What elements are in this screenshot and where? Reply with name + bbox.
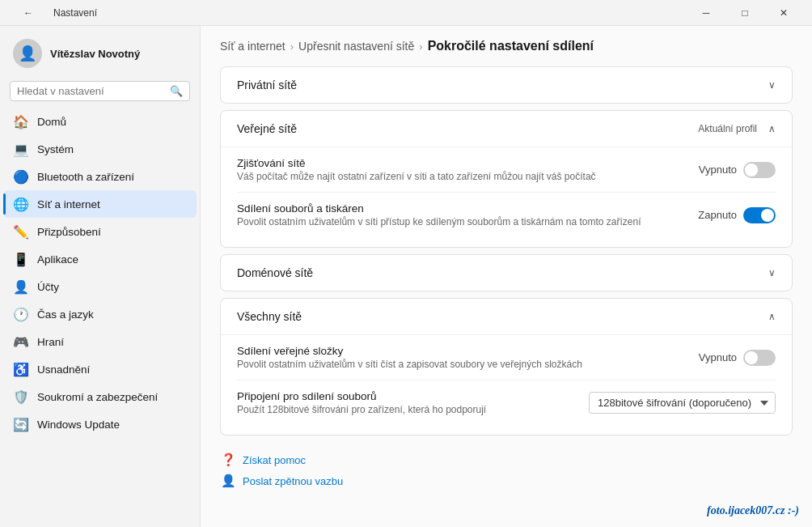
- chevron-down-icon: ∨: [768, 79, 776, 91]
- toggle-sdileni-souboru[interactable]: [743, 207, 776, 223]
- section-vsechny: Všechny sítě ∧ Sdílení veřejné složky Po…: [220, 298, 793, 436]
- cas-icon: 🕐: [13, 306, 29, 322]
- footer-links: ❓ Získat pomoc 👤 Poslat zpětnou vazbu: [220, 442, 793, 499]
- sidebar-item-windows-update[interactable]: 🔄 Windows Update: [3, 410, 197, 438]
- setting-pripojeni: Připojení pro sdílení souborů Použít 128…: [237, 380, 776, 425]
- title-bar-title: Nastavení: [53, 7, 97, 19]
- sidebar-item-soukromi[interactable]: 🛡️ Soukromí a zabezpečení: [3, 383, 197, 410]
- sidebar-item-label-hrani: Hraní: [37, 336, 64, 348]
- aplikace-icon: 📱: [13, 251, 29, 267]
- toggle-sdileni-slozky-label: Vypnuto: [699, 351, 737, 363]
- sidebar-item-hrani[interactable]: 🎮 Hraní: [3, 328, 197, 355]
- title-bar-left: ← Nastavení: [10, 0, 97, 26]
- app-body: 👤 Vítězslav Novotný 🔍 🏠 Domů 💻 Systém 🔵 …: [0, 26, 812, 527]
- title-bar: ← Nastavení ─ □ ✕: [0, 0, 812, 26]
- section-verejne: Veřejné sítě Aktuální profil ∧ Zjišťován…: [220, 110, 793, 248]
- nav-list: 🏠 Domů 💻 Systém 🔵 Bluetooth a zařízení 🌐…: [0, 108, 200, 527]
- sidebar-item-label-usnadneni: Usnadnění: [37, 363, 90, 376]
- setting-sdileni-souboru-info: Sdílení souborů a tiskáren Povolit ostat…: [237, 202, 698, 227]
- section-privatni-header[interactable]: Privátní sítě ∨: [221, 67, 792, 103]
- prizpusobeni-icon: ✏️: [13, 223, 29, 240]
- setting-zjistovani-info: Zjišťování sítě Váš počítač může najít o…: [237, 157, 699, 182]
- setting-sdileni-slozky: Sdílení veřejné složky Povolit ostatním …: [237, 335, 776, 380]
- domov-icon: 🏠: [13, 113, 29, 130]
- section-verejne-right: Aktuální profil ∧: [698, 123, 776, 134]
- avatar: 👤: [13, 39, 42, 68]
- sit-icon: 🌐: [13, 196, 29, 212]
- section-domenove-header[interactable]: Doménové sítě ∨: [221, 255, 792, 291]
- ziskat-pomoc-link[interactable]: Získat pomoc: [243, 454, 306, 466]
- sidebar-item-aplikace[interactable]: 📱 Aplikace: [3, 245, 197, 273]
- help-icon: ❓: [220, 452, 236, 468]
- setting-zjistovani-desc: Váš počítač může najít ostatní zařízení …: [237, 171, 686, 182]
- windows-update-icon: 🔄: [13, 416, 29, 432]
- setting-sdileni-slozky-control: Vypnuto: [699, 350, 776, 366]
- sidebar-item-label-windows-update: Windows Update: [37, 419, 120, 431]
- sidebar-item-usnadneni[interactable]: ♿ Usnadnění: [3, 355, 197, 383]
- close-button[interactable]: ✕: [765, 0, 802, 26]
- setting-sdileni-slozky-info: Sdílení veřejné složky Povolit ostatním …: [237, 345, 699, 370]
- section-domenove-title: Doménové sítě: [237, 266, 313, 279]
- section-vsechny-header[interactable]: Všechny sítě ∧: [221, 299, 792, 334]
- sidebar-item-domov[interactable]: 🏠 Domů: [3, 108, 197, 135]
- setting-pripojeni-control: 128bitové šifrování (doporučeno) 40bitov…: [589, 392, 776, 414]
- chevron-up-icon: ∧: [768, 123, 776, 134]
- setting-sdileni-slozky-label: Sdílení veřejné složky: [237, 345, 686, 357]
- sidebar-item-label-aplikace: Aplikace: [37, 253, 78, 266]
- back-button[interactable]: ←: [10, 0, 47, 26]
- sidebar-item-label-bluetooth: Bluetooth a zařízení: [37, 171, 134, 183]
- search-box[interactable]: 🔍: [10, 81, 190, 101]
- search-input[interactable]: [17, 85, 165, 97]
- sidebar-item-label-ucty: Účty: [37, 281, 59, 293]
- maximize-button[interactable]: □: [726, 0, 763, 26]
- setting-sdileni-souboru-label: Sdílení souborů a tiskáren: [237, 202, 685, 215]
- footer-link-vazba-item: 👤 Poslat zpětnou vazbu: [220, 473, 793, 489]
- setting-sdileni-souboru-desc: Povolit ostatním uživatelům v síti příst…: [237, 216, 685, 227]
- setting-pripojeni-info: Připojení pro sdílení souborů Použít 128…: [237, 390, 589, 415]
- sidebar: 👤 Vítězslav Novotný 🔍 🏠 Domů 💻 Systém 🔵 …: [0, 26, 201, 527]
- breadcrumb: Síť a internet › Upřesnit nastavení sítě…: [220, 39, 793, 53]
- toggle-zjistovani[interactable]: [743, 162, 776, 178]
- title-bar-controls: ─ □ ✕: [687, 0, 802, 26]
- system-icon: 💻: [13, 141, 29, 157]
- minimize-button[interactable]: ─: [687, 0, 725, 26]
- section-privatni-title: Privátní sítě: [237, 79, 297, 91]
- toggle-zjistovani-label: Vypnuto: [699, 164, 737, 176]
- encryption-dropdown[interactable]: 128bitové šifrování (doporučeno) 40bitov…: [589, 392, 776, 414]
- sidebar-item-sit[interactable]: 🌐 Síť a internet: [3, 190, 197, 218]
- hrani-icon: 🎮: [13, 334, 29, 350]
- setting-sdileni-souboru-control: Zapnuto: [698, 207, 776, 223]
- breadcrumb-sep-1: ›: [290, 40, 294, 53]
- sidebar-profile: 👤 Vítězslav Novotný: [0, 26, 200, 78]
- profile-badge: Aktuální profil: [698, 123, 757, 134]
- toggle-sdileni-slozky[interactable]: [743, 350, 776, 366]
- soukromi-icon: 🛡️: [13, 389, 29, 405]
- sidebar-item-system[interactable]: 💻 Systém: [3, 135, 197, 163]
- setting-sdileni-souboru: Sdílení souborů a tiskáren Povolit ostat…: [237, 193, 776, 237]
- profile-name: Vítězslav Novotný: [50, 48, 140, 60]
- toggle-sdileni-souboru-label: Zapnuto: [698, 209, 737, 221]
- chevron-up-vsechny-icon: ∧: [768, 311, 776, 322]
- sidebar-item-cas[interactable]: 🕐 Čas a jazyk: [3, 300, 197, 328]
- section-verejne-header[interactable]: Veřejné sítě Aktuální profil ∧: [221, 111, 792, 147]
- poslat-vazbu-link[interactable]: Poslat zpětnou vazbu: [243, 475, 343, 487]
- setting-pripojeni-desc: Použít 128bitové šifrování pro zařízení,…: [237, 404, 576, 415]
- sidebar-item-label-cas: Čas a jazyk: [37, 308, 94, 321]
- breadcrumb-sep-2: ›: [419, 40, 422, 53]
- sidebar-item-bluetooth[interactable]: 🔵 Bluetooth a zařízení: [3, 163, 197, 190]
- sidebar-item-prizpusobeni[interactable]: ✏️ Přizpůsobení: [3, 218, 197, 245]
- setting-zjistovani-control: Vypnuto: [699, 162, 776, 178]
- footer-link-pomoc-item: ❓ Získat pomoc: [220, 452, 793, 468]
- setting-zjistovani-label: Zjišťování sítě: [237, 157, 686, 169]
- section-verejne-title: Veřejné sítě: [237, 122, 297, 135]
- usnadneni-icon: ♿: [13, 361, 29, 377]
- sidebar-item-ucty[interactable]: 👤 Účty: [3, 273, 197, 300]
- section-vsechny-body: Sdílení veřejné složky Povolit ostatním …: [221, 334, 792, 435]
- setting-sdileni-slozky-desc: Povolit ostatním uživatelům v síti číst …: [237, 359, 686, 370]
- breadcrumb-item-3: Pokročilé nastavení sdílení: [428, 39, 594, 53]
- section-privatni: Privátní sítě ∨: [220, 66, 793, 104]
- setting-zjistovani: Zjišťování sítě Váš počítač může najít o…: [237, 147, 776, 193]
- chevron-down-domenove-icon: ∨: [768, 267, 776, 278]
- section-verejne-body: Zjišťování sítě Váš počítač může najít o…: [221, 147, 792, 247]
- sidebar-item-label-sit: Síť a internet: [37, 198, 100, 210]
